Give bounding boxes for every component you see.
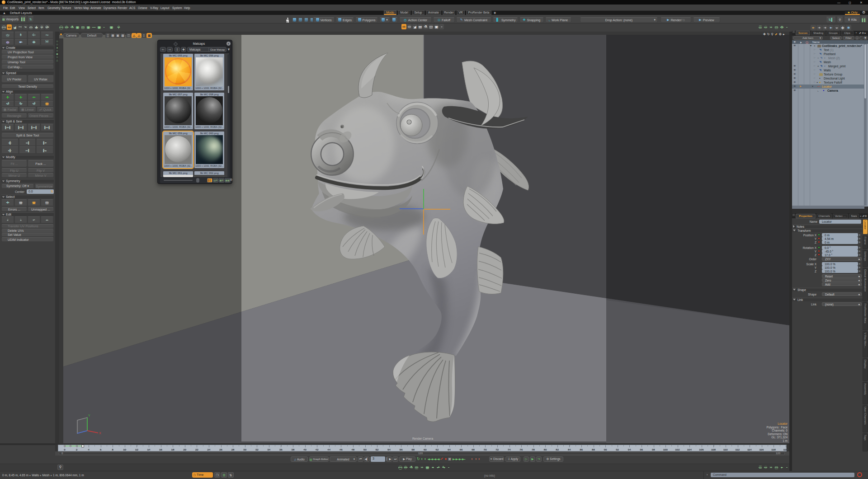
svg-text:Y: Y [88,414,90,417]
svg-text:X: X [99,432,101,435]
